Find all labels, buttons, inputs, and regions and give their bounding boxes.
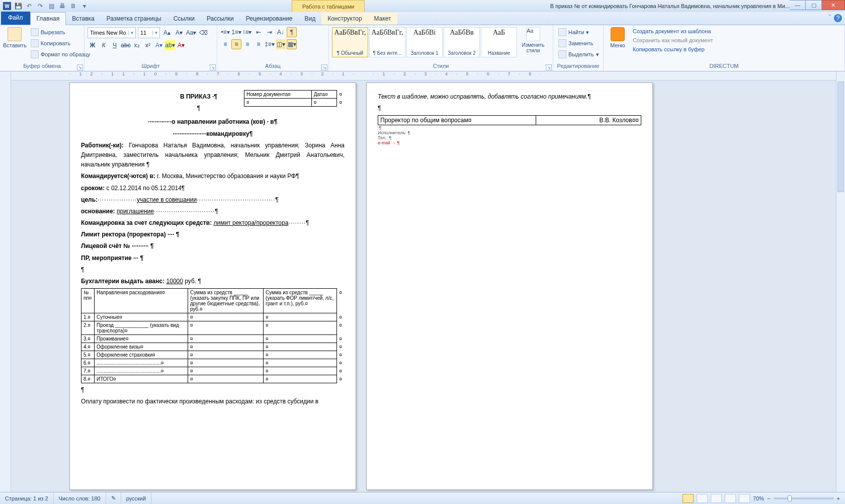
clear-format-button[interactable]: ⌫ [198,28,208,38]
line-spacing-button[interactable]: ‡≡▾ [265,39,275,49]
table-row[interactable]: 4.¤Оформление визы¤¤¤¤ [81,343,345,351]
view-web-button[interactable] [711,494,722,503]
zoom-value[interactable]: 70% [753,495,764,501]
view-outline-button[interactable] [725,494,736,503]
table-row[interactable]: 7.¤.....................................… [81,367,345,375]
style-item[interactable]: АаБбВвГг,¶ Обычный [332,27,368,57]
zoom-out-button[interactable]: − [767,495,770,501]
decrease-indent-button[interactable]: ⇤ [254,27,264,37]
style-item[interactable]: АаБбВвГг,¶ Без инте... [369,27,405,57]
status-words[interactable]: Число слов: 180 [54,492,106,504]
redo-icon[interactable]: ↷ [36,2,44,10]
underline-button[interactable]: Ч [110,40,120,50]
highlight-button[interactable]: ab▾ [165,40,175,50]
new-icon[interactable]: ▤ [47,2,55,10]
save-icon[interactable]: 💾 [14,2,22,10]
expense-table[interactable]: № пп¤ Направления расходования¤ Сумма из… [81,288,345,383]
change-case-button[interactable]: Aa▾ [186,28,196,38]
view-print-layout-button[interactable] [683,494,694,503]
multilevel-button[interactable]: ⁞≡▾ [242,27,252,37]
align-right-button[interactable]: ≡ [242,39,252,49]
directum-create-link[interactable]: Создать документ из шаблона [631,27,715,35]
minimize-button[interactable]: — [790,0,806,10]
vertical-scrollbar[interactable] [836,71,845,492]
undo-icon[interactable]: ↶ [25,2,33,10]
directum-saveas-link[interactable]: Сохранить как новый документ [631,36,715,44]
view-draft-button[interactable] [739,494,750,503]
vertical-ruler[interactable] [0,71,11,492]
text-effects-button[interactable]: A▾ [154,40,164,50]
dialog-launcher-icon[interactable]: ↘ [210,64,216,70]
styles-gallery[interactable]: АаБбВвГг,¶ ОбычныйАаБбВвГг,¶ Без инте...… [332,27,517,57]
superscript-button[interactable]: x² [143,40,153,50]
status-language[interactable]: русский [121,492,151,504]
paste-button[interactable]: Вставить [3,27,27,48]
file-tab[interactable]: Файл [1,12,30,25]
help-icon[interactable]: ? [834,14,842,22]
status-spell[interactable]: ✎ [106,492,121,504]
zoom-in-button[interactable]: + [837,495,840,501]
dialog-launcher-icon[interactable]: ↘ [321,64,327,70]
tab-page-layout[interactable]: Разметка страницы [101,13,167,25]
style-item[interactable]: АаБбВвЗаголовок 2 [444,27,480,57]
italic-button[interactable]: К [99,40,109,50]
style-item[interactable]: АаБбВіЗаголовок 1 [406,27,443,57]
select-button[interactable]: Выделить ▾ [556,49,601,59]
grow-font-button[interactable]: A▴ [162,28,172,38]
tab-insert[interactable]: Вставка [66,13,101,25]
font-color-button[interactable]: A▾ [176,40,186,50]
font-name-combo[interactable]: Times New Ro▼ [88,27,136,38]
align-left-button[interactable]: ≡ [220,39,230,49]
table-row[interactable]: 3.¤Проживание¤¤¤¤ [81,335,345,343]
tab-review[interactable]: Рецензирование [240,13,299,25]
show-paragraph-marks-button[interactable]: ¶ [287,27,297,37]
copy-button[interactable]: Копировать [29,38,93,48]
bold-button[interactable]: Ж [88,40,98,50]
tab-references[interactable]: Ссылки [167,13,201,25]
bullets-button[interactable]: •≡▾ [220,27,230,37]
tab-table-design[interactable]: Конструктор [321,13,368,25]
zoom-knob[interactable] [788,495,792,501]
table-row[interactable]: 5.¤Оформление страховки¤¤¤¤ [81,351,345,359]
borders-button[interactable]: ▦▾ [287,39,297,49]
qat-more-icon[interactable]: ▾ [80,2,89,10]
cut-button[interactable]: Вырезать [29,27,93,37]
dialog-launcher-icon[interactable]: ↘ [546,64,552,70]
directum-copyref-link[interactable]: Копировать ссылку в буфер [631,45,715,53]
table-row[interactable]: 2.¤Проезд ____________ (указать вид тран… [81,321,345,335]
close-button[interactable]: ✕ [822,0,845,10]
maximize-button[interactable]: ▢ [806,0,822,10]
shading-button[interactable]: ◫▾ [276,39,286,49]
scrollbar-thumb[interactable] [837,81,844,192]
page-1[interactable]: В ПРИКАЗ ·¶ ¶ Номер документа¤Дата¤¤ ¤¤¤… [69,82,356,490]
zoom-slider[interactable] [774,497,834,499]
horizontal-ruler[interactable]: ·12·11·10·9·8·7·6·5·4·3·2·1· ·1·2·3·4·5·… [11,71,845,80]
page-2[interactable]: Текст в шаблоне, можно исправлять, добав… [366,82,653,490]
change-styles-button[interactable]: Aa Изменить стили [519,27,547,53]
table-row[interactable]: 8.¤ИТОГО¤¤¤¤ [81,375,345,383]
table-row[interactable]: 1.¤Суточные¤¤¤¤ [81,313,345,321]
replace-button[interactable]: Заменить [556,38,601,48]
increase-indent-button[interactable]: ⇥ [265,27,275,37]
font-size-combo[interactable]: 11▼ [138,27,160,38]
justify-button[interactable]: ≡ [254,39,264,49]
sort-button[interactable]: A↓ [276,27,286,37]
numbering-button[interactable]: 1≡▾ [231,27,241,37]
find-button[interactable]: Найти ▾ [556,27,601,37]
preview-icon[interactable]: 🗎 [69,2,77,10]
table-row[interactable]: 6.¤.....................................… [81,359,345,367]
align-center-button[interactable]: ≡ [231,39,241,49]
subscript-button[interactable]: x₂ [132,40,142,50]
shrink-font-button[interactable]: A▾ [174,28,184,38]
strike-button[interactable]: abc [121,40,131,50]
dialog-launcher-icon[interactable]: ↘ [77,64,83,70]
print-icon[interactable]: 🖶 [58,2,66,10]
status-page[interactable]: Страница: 1 из 2 [0,492,54,504]
style-item[interactable]: АаБНазвание [481,27,517,57]
tab-table-layout[interactable]: Макет [368,13,397,25]
tab-view[interactable]: Вид [298,13,321,25]
tab-home[interactable]: Главная [30,12,66,25]
tab-mailings[interactable]: Рассылки [201,13,240,25]
directum-menu-button[interactable]: Меню [607,27,629,48]
format-painter-button[interactable]: Формат по образцу [29,49,93,59]
